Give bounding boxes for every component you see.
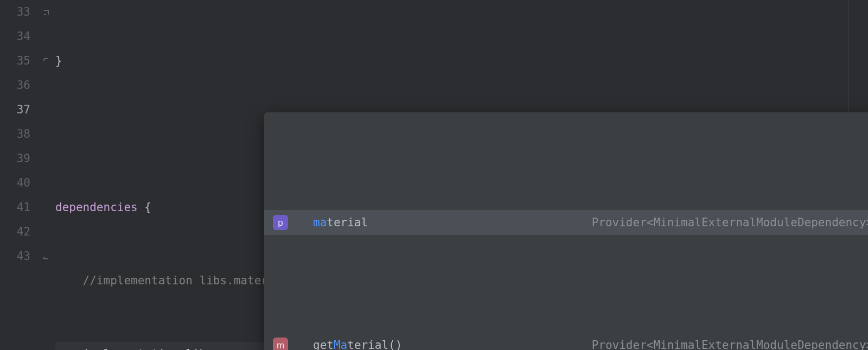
fold-start-icon[interactable]: [41, 56, 51, 66]
gutter: 33 34 35 36 37 38 39 40 41 42 43: [0, 0, 38, 350]
fold-end-icon[interactable]: [41, 8, 51, 17]
line-number[interactable]: 38: [0, 122, 38, 147]
completion-item[interactable]: m getMaterial() Provider<MinimalExternal…: [264, 333, 868, 350]
access-icon-placeholder: [296, 218, 305, 227]
line-number[interactable]: 43: [0, 244, 38, 269]
line-number[interactable]: 41: [0, 195, 38, 220]
line-number[interactable]: 34: [0, 24, 38, 49]
property-icon: p: [273, 215, 288, 230]
line-number[interactable]: 40: [0, 171, 38, 195]
code-area[interactable]: } dependencies { //implementation libs.m…: [55, 0, 848, 350]
line-number[interactable]: 37: [0, 98, 38, 122]
comment: //implementation libs.material: [83, 274, 289, 287]
completion-type: Provider<MinimalExternalModuleDependency…: [592, 333, 868, 351]
completion-label: getMaterial(): [313, 333, 584, 351]
completion-item[interactable]: p material Provider<MinimalExternalModul…: [264, 210, 868, 235]
code-editor[interactable]: 33 34 35 36 37 38 39 40 41 42 43 } depen…: [0, 0, 868, 350]
code-line[interactable]: }: [55, 49, 848, 73]
line-number[interactable]: 35: [0, 49, 38, 73]
line-number[interactable]: 39: [0, 147, 38, 171]
line-number[interactable]: 33: [0, 0, 38, 24]
completion-type: Provider<MinimalExternalModuleDependency…: [592, 211, 868, 235]
fold-column: [38, 0, 55, 350]
keyword-dependencies: dependencies: [55, 201, 138, 214]
brace: }: [55, 54, 62, 67]
line-number[interactable]: 36: [0, 73, 38, 98]
fold-end-icon[interactable]: [41, 252, 51, 262]
completion-label: material: [313, 211, 584, 235]
code-text: implementation libs.ma: [83, 347, 234, 350]
lock-icon: [296, 340, 305, 350]
completion-popup[interactable]: p material Provider<MinimalExternalModul…: [264, 112, 868, 350]
method-icon: m: [273, 338, 288, 350]
line-number[interactable]: 42: [0, 220, 38, 244]
